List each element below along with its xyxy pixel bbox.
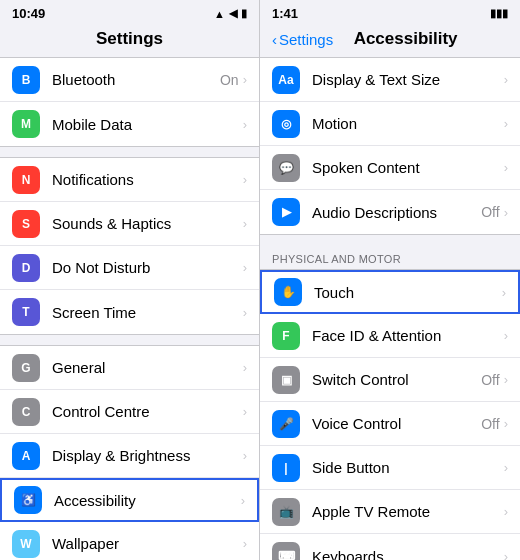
left-panel: 10:49 ▲ ◀ ▮ Settings B Bluetooth On › M …	[0, 0, 260, 560]
right-chevron-icon-apple-tv: ›	[504, 504, 508, 519]
wifi-icon: ◀	[229, 7, 237, 20]
right-chevron-icon-switch-control: ›	[504, 372, 508, 387]
right-group-0: Aa Display & Text Size › ◎ Motion › 💬 Sp…	[260, 57, 520, 235]
right-section-label-1: PHYSICAL AND MOTOR	[260, 245, 520, 269]
right-time: 1:41	[272, 6, 298, 21]
chevron-icon-screen-time: ›	[243, 305, 247, 320]
right-row-label-audio-desc: Audio Descriptions	[312, 204, 481, 221]
right-row-value-audio-desc: Off	[481, 204, 499, 220]
chevron-icon-mobile-data: ›	[243, 117, 247, 132]
right-row-value-switch-control: Off	[481, 372, 499, 388]
right-row-faceid-attention[interactable]: F Face ID & Attention ›	[260, 314, 520, 358]
right-row-label-spoken-content: Spoken Content	[312, 159, 504, 176]
left-row-display[interactable]: A Display & Brightness ›	[0, 434, 259, 478]
right-row-label-faceid-attention: Face ID & Attention	[312, 327, 504, 344]
right-chevron-icon-audio-desc: ›	[504, 205, 508, 220]
right-nav: ‹ Settings Accessibility	[260, 25, 520, 57]
left-row-screen-time[interactable]: T Screen Time ›	[0, 290, 259, 334]
signal-icon: ▲	[214, 8, 225, 20]
right-chevron-icon-display-text: ›	[504, 72, 508, 87]
right-row-audio-desc[interactable]: ▶ Audio Descriptions Off ›	[260, 190, 520, 234]
back-label: Settings	[279, 31, 333, 48]
chevron-icon-notifications: ›	[243, 172, 247, 187]
right-battery-icon: ▮▮▮	[490, 7, 508, 20]
right-group-1: ✋ Touch › F Face ID & Attention › ▣ Swit…	[260, 269, 520, 560]
right-row-keyboards[interactable]: ⌨ Keyboards ›	[260, 534, 520, 560]
left-row-control-centre[interactable]: C Control Centre ›	[0, 390, 259, 434]
left-row-label-control-centre: Control Centre	[52, 403, 243, 420]
left-status-bar: 10:49 ▲ ◀ ▮	[0, 0, 259, 25]
left-row-label-display: Display & Brightness	[52, 447, 243, 464]
chevron-icon-sounds: ›	[243, 216, 247, 231]
chevron-icon-display: ›	[243, 448, 247, 463]
right-panel: 1:41 ▮▮▮ ‹ Settings Accessibility Aa Dis…	[260, 0, 520, 560]
right-row-label-apple-tv: Apple TV Remote	[312, 503, 504, 520]
right-row-label-voice-control: Voice Control	[312, 415, 481, 432]
right-status-icons: ▮▮▮	[490, 7, 508, 20]
right-row-display-text[interactable]: Aa Display & Text Size ›	[260, 58, 520, 102]
right-row-label-display-text: Display & Text Size	[312, 71, 504, 88]
right-row-touch[interactable]: ✋ Touch ›	[260, 270, 520, 314]
right-row-value-voice-control: Off	[481, 416, 499, 432]
right-chevron-icon-voice-control: ›	[504, 416, 508, 431]
right-row-label-switch-control: Switch Control	[312, 371, 481, 388]
left-row-sounds[interactable]: S Sounds & Haptics ›	[0, 202, 259, 246]
left-row-general[interactable]: G General ›	[0, 346, 259, 390]
chevron-icon-bluetooth: ›	[243, 72, 247, 87]
left-row-value-bluetooth: On	[220, 72, 239, 88]
battery-icon: ▮	[241, 7, 247, 20]
left-row-label-mobile-data: Mobile Data	[52, 116, 243, 133]
left-row-label-sounds: Sounds & Haptics	[52, 215, 243, 232]
chevron-icon-do-not-disturb: ›	[243, 260, 247, 275]
left-settings-list: B Bluetooth On › M Mobile Data › N Notif…	[0, 57, 259, 560]
right-title: Accessibility	[333, 29, 478, 49]
right-chevron-icon-faceid-attention: ›	[504, 328, 508, 343]
right-row-motion[interactable]: ◎ Motion ›	[260, 102, 520, 146]
right-chevron-icon-touch: ›	[502, 285, 506, 300]
chevron-icon-wallpaper: ›	[243, 536, 247, 551]
left-title: Settings	[0, 25, 259, 57]
left-row-notifications[interactable]: N Notifications ›	[0, 158, 259, 202]
left-row-label-screen-time: Screen Time	[52, 304, 243, 321]
right-row-spoken-content[interactable]: 💬 Spoken Content ›	[260, 146, 520, 190]
left-group-1: N Notifications › S Sounds & Haptics › D…	[0, 157, 259, 335]
left-row-mobile-data[interactable]: M Mobile Data ›	[0, 102, 259, 146]
chevron-icon-accessibility: ›	[241, 493, 245, 508]
left-row-wallpaper[interactable]: W Wallpaper ›	[0, 522, 259, 560]
left-group-2: G General › C Control Centre › A Display…	[0, 345, 259, 560]
right-row-side-button[interactable]: | Side Button ›	[260, 446, 520, 490]
right-settings-list: Aa Display & Text Size › ◎ Motion › 💬 Sp…	[260, 57, 520, 560]
right-row-label-side-button: Side Button	[312, 459, 504, 476]
right-row-switch-control[interactable]: ▣ Switch Control Off ›	[260, 358, 520, 402]
chevron-icon-general: ›	[243, 360, 247, 375]
right-row-label-keyboards: Keyboards	[312, 548, 504, 561]
back-chevron-icon: ‹	[272, 31, 277, 48]
right-row-voice-control[interactable]: 🎤 Voice Control Off ›	[260, 402, 520, 446]
right-row-apple-tv[interactable]: 📺 Apple TV Remote ›	[260, 490, 520, 534]
right-chevron-icon-side-button: ›	[504, 460, 508, 475]
left-time: 10:49	[12, 6, 45, 21]
chevron-icon-control-centre: ›	[243, 404, 247, 419]
left-row-label-notifications: Notifications	[52, 171, 243, 188]
left-group-0: B Bluetooth On › M Mobile Data ›	[0, 57, 259, 147]
left-row-label-general: General	[52, 359, 243, 376]
back-button[interactable]: ‹ Settings	[272, 31, 333, 48]
right-status-bar: 1:41 ▮▮▮	[260, 0, 520, 25]
left-row-bluetooth[interactable]: B Bluetooth On ›	[0, 58, 259, 102]
right-row-label-motion: Motion	[312, 115, 504, 132]
right-chevron-icon-keyboards: ›	[504, 549, 508, 561]
left-row-label-wallpaper: Wallpaper	[52, 535, 243, 552]
left-row-label-accessibility: Accessibility	[54, 492, 241, 509]
right-chevron-icon-motion: ›	[504, 116, 508, 131]
left-row-accessibility[interactable]: ♿ Accessibility ›	[0, 478, 259, 522]
left-row-do-not-disturb[interactable]: D Do Not Disturb ›	[0, 246, 259, 290]
right-chevron-icon-spoken-content: ›	[504, 160, 508, 175]
left-status-icons: ▲ ◀ ▮	[214, 7, 247, 20]
left-row-label-bluetooth: Bluetooth	[52, 71, 220, 88]
left-row-label-do-not-disturb: Do Not Disturb	[52, 259, 243, 276]
right-row-label-touch: Touch	[314, 284, 502, 301]
